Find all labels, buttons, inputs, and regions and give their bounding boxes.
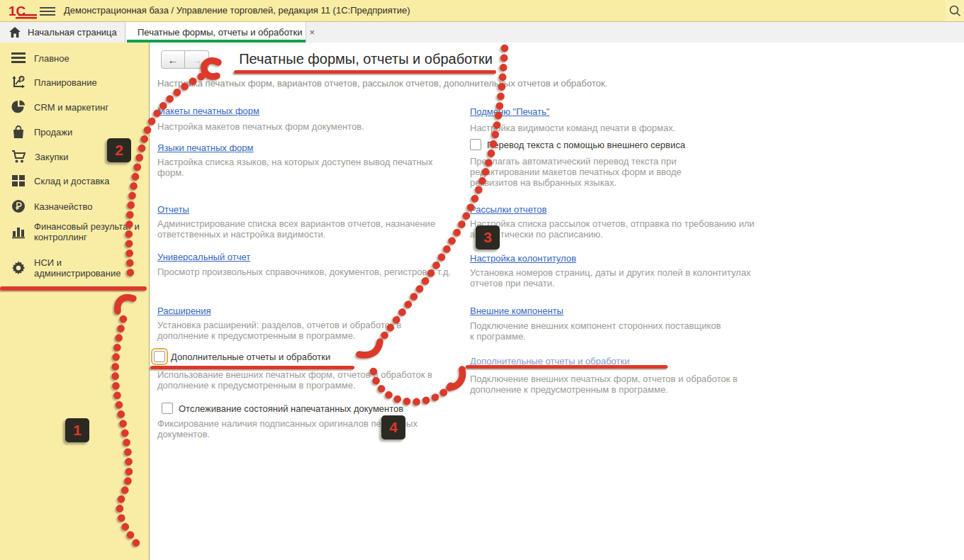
- tab-active-label: Печатные формы, отчеты и обработки: [138, 27, 303, 38]
- sidebar-item-label: Планирование: [34, 77, 97, 88]
- back-arrow-icon: ←: [168, 54, 179, 66]
- annotation-badge-1: 1: [65, 418, 89, 442]
- sidebar-item-label: Главное: [34, 53, 69, 64]
- sidebar-item-main[interactable]: Главное: [0, 52, 69, 65]
- sidebar-item-purchases[interactable]: Закупки: [0, 150, 68, 164]
- main-content: ← → Печатные формы, отчеты и обработки Н…: [150, 43, 964, 560]
- description: Предлагать автоматический перевод текста…: [470, 156, 697, 188]
- pie-chart-icon: [11, 100, 26, 114]
- sidebar-item-crm[interactable]: CRM и маркетинг: [0, 100, 108, 114]
- description: Просмотр произвольных справочников, доку…: [157, 267, 469, 277]
- tab-home-label: Начальная страница: [28, 27, 117, 38]
- annotation-badge-3: 3: [476, 225, 500, 250]
- description: Подключение внешних компонент сторонних …: [470, 320, 725, 342]
- link-print-form-layouts[interactable]: Макеты печатных форм: [157, 106, 259, 116]
- sidebar-item-warehouse[interactable]: Склад и доставка: [0, 174, 110, 187]
- bag-icon: [11, 125, 26, 139]
- menu-lines-icon: [11, 52, 26, 65]
- annotation-underline-page-title: [234, 70, 496, 74]
- section-sidebar: Главное ₽ Планирование CRM и маркетинг: [0, 43, 150, 560]
- cart-icon: [11, 150, 26, 164]
- description: Настройка макетов печатных форм документ…: [157, 121, 455, 132]
- annotation-underline-additional-reports-link: [466, 365, 668, 369]
- sidebar-item-label: Продажи: [34, 127, 72, 138]
- back-button[interactable]: ←: [161, 50, 185, 69]
- link-headers-footers[interactable]: Настройка колонтитулов: [470, 253, 576, 264]
- annotation-underline-additional-reports-checkbox: [150, 366, 354, 369]
- page-subtitle: Настройка печатных форм, вариантов отчет…: [157, 78, 809, 89]
- link-reports[interactable]: Отчеты: [157, 204, 189, 215]
- sidebar-item-treasury[interactable]: Казначейство: [0, 199, 92, 213]
- 1c-logo-icon: 1С: [9, 3, 38, 20]
- checkbox-row-track-printed-docs: Отслеживание состояний напечатанных доку…: [162, 403, 403, 414]
- checkbox-label[interactable]: Отслеживание состояний напечатанных доку…: [179, 403, 403, 414]
- sidebar-item-nsi-admin[interactable]: НСИ и администрирование: [0, 257, 123, 279]
- checkbox-row-text-translation: Перевод текста с помощью внешнего сервис…: [470, 139, 685, 150]
- home-icon: [9, 27, 21, 38]
- link-print-submenu[interactable]: Подменю "Печать": [470, 106, 549, 117]
- top-bar: 1С Демонстрационная база / Управление то…: [0, 0, 964, 22]
- checkbox-label[interactable]: Дополнительные отчеты и обработки: [171, 352, 330, 362]
- description: Настройка списка языков, на которых дост…: [157, 157, 441, 178]
- planning-chart-icon: ₽: [11, 75, 26, 89]
- main-menu-icon[interactable]: [40, 5, 55, 16]
- tab-close-icon[interactable]: ×: [310, 27, 315, 38]
- text-translation-checkbox[interactable]: [470, 139, 481, 150]
- link-external-components[interactable]: Внешние компоненты: [470, 306, 564, 316]
- link-extensions[interactable]: Расширения: [157, 306, 211, 316]
- window-title: Демонстрационная база / Управление торго…: [64, 5, 410, 16]
- description: Установка расширений: разделов, отчетов …: [157, 320, 434, 341]
- app-window: 1С Демонстрационная база / Управление то…: [0, 0, 964, 560]
- page-title: Печатные формы, отчеты и обработки: [235, 51, 497, 67]
- sidebar-item-label: Финансовый результат и контроллинг: [34, 221, 155, 242]
- svg-text:1С: 1С: [9, 4, 26, 18]
- checkbox-label[interactable]: Перевод текста с помощью внешнего сервис…: [487, 140, 685, 150]
- link-universal-report[interactable]: Универсальный отчет: [157, 252, 250, 262]
- additional-reports-checkbox[interactable]: [154, 351, 165, 362]
- link-report-distributions[interactable]: Рассылки отчетов: [470, 204, 547, 215]
- ruble-circle-icon: [11, 199, 26, 213]
- annotation-underline-nsi-admin: [0, 286, 147, 291]
- sidebar-item-finresult[interactable]: Финансовый результат и контроллинг: [0, 221, 155, 242]
- sidebar-item-sales[interactable]: Продажи: [0, 125, 72, 139]
- tab-home[interactable]: Начальная страница: [0, 22, 125, 43]
- description: Администрирование списка всех вариантов …: [157, 218, 441, 240]
- grid-icon: [11, 174, 26, 187]
- gear-icon: [11, 261, 26, 275]
- bar-chart-icon: [11, 225, 26, 239]
- sidebar-item-label: Закупки: [35, 152, 68, 162]
- description: Настройка списка рассылок отчетов, отпра…: [470, 218, 789, 240]
- history-nav: ← →: [161, 50, 209, 69]
- svg-text:₽: ₽: [20, 77, 23, 82]
- track-printed-docs-checkbox[interactable]: [162, 403, 173, 414]
- forward-button[interactable]: →: [185, 50, 209, 69]
- description: Подключение внешних печатных форм, отчет…: [470, 374, 753, 395]
- description: Настройка видимости команд печати в форм…: [470, 123, 789, 133]
- annotation-badge-4: 4: [381, 415, 405, 439]
- forward-arrow-icon: →: [191, 54, 202, 66]
- search-icon: [948, 4, 961, 17]
- sidebar-item-label: Казначейство: [34, 201, 92, 212]
- sidebar-item-label: НСИ и администрирование: [34, 257, 123, 279]
- sidebar-item-label: CRM и маркетинг: [34, 102, 108, 113]
- link-print-form-languages[interactable]: Языки печатных форм: [157, 142, 254, 153]
- description: Использование внешних печатных форм, отч…: [157, 369, 455, 391]
- checkbox-row-additional-reports: Дополнительные отчеты и обработки: [154, 351, 330, 362]
- sidebar-item-label: Склад и доставка: [34, 176, 110, 186]
- global-search-button[interactable]: [946, 0, 964, 21]
- sidebar-item-planning[interactable]: ₽ Планирование: [0, 75, 97, 89]
- annotation-badge-2: 2: [107, 138, 131, 162]
- description: Установка номеров страниц, даты и других…: [470, 267, 768, 289]
